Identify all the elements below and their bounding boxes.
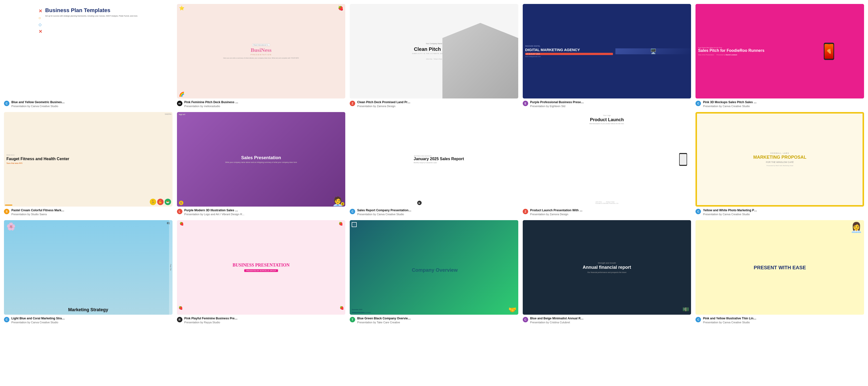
card-company-overview[interactable]: □ Company Overview 🤝 December 2024 reall…	[350, 220, 518, 324]
deco-4: 🍓	[340, 306, 344, 310]
digital-left: INGOUDE DIGITAL DIGITAL MARKETING AGENCY…	[523, 43, 615, 60]
card-title: Pink and Yellow Illustrative Thin Lined …	[703, 317, 757, 321]
thumb-heading: Sales Pitch for FoodieRoo Runners	[698, 48, 796, 53]
card-meta: C Light Blue and Coral Marketing Strateg…	[4, 317, 173, 324]
person1: John Doe	[426, 58, 432, 60]
card-subtitle: Presentation by Canva Creative Studio	[357, 213, 411, 216]
thumb-heading: Company Overview	[412, 267, 458, 273]
thumb-heading: BusiNess	[251, 47, 271, 53]
card-title: Light Blue and Coral Marketing Strategy …	[11, 317, 66, 321]
thumb-desc: Our financial performance and prospects …	[587, 272, 626, 273]
thumb-heading: January 2025 Sales Report	[414, 157, 516, 161]
card-present-ease[interactable]: PRESENT WITH EASE 👩‍💼 C Pink and Yellow …	[695, 220, 864, 324]
card-subtitle: Presentation by Canva Creative Studio	[703, 105, 757, 108]
card-subtitle: Presentation by Take Care Creative	[357, 321, 411, 324]
card-text: Purple Professional Business Presentati.…	[530, 100, 585, 108]
card-clean-pitch[interactable]: Your Company Name Clean Pitch Deck SIMPL…	[350, 4, 518, 108]
card-title: Purple Modern 3D Illustration Sales Pres…	[184, 209, 239, 212]
author: Presented by Mark Hall, Marketing Head	[767, 165, 793, 166]
card-food-sales[interactable]: Food Tastes Best When It's On Time Sales…	[695, 4, 864, 108]
card-text: Pink 3D Mockups Sales Pitch Sales Prese.…	[703, 100, 757, 108]
card-digital-marketing[interactable]: INGOUDE DIGITAL DIGITAL MARKETING AGENCY…	[523, 4, 691, 108]
card-annual-report[interactable]: Strength and Growth Annual financial rep…	[523, 220, 691, 324]
thumb-heading: Product Launch	[590, 117, 624, 122]
thumbnail-annual: Strength and Growth Annual financial rep…	[523, 220, 691, 315]
thumbnail-product-launch: Your Logo Product Launch Brief descripti…	[523, 112, 691, 207]
play-button[interactable]: ▶	[417, 201, 422, 205]
tagline: Turn Fat into FIT!	[6, 162, 170, 164]
card-sales-report[interactable]: JEFFRIES AND MADISON January 2025 Sales …	[350, 112, 518, 216]
card-title: Blue Green Black Company Overview an...	[357, 317, 411, 321]
food-icon: 🍕	[826, 48, 832, 54]
card-meta: C Pink and Yellow Illustrative Thin Line…	[695, 317, 864, 324]
card-text: Pink Playful Feminine Business Presenta.…	[184, 317, 239, 324]
thumb-heading: Marketing Strategy	[68, 308, 108, 312]
thumbnail-sales-report: JEFFRIES AND MADISON January 2025 Sales …	[350, 112, 518, 207]
thumb-sub: Monthly recap by Cassandra Lopez	[414, 162, 516, 163]
thumbnail-marketing-prop: ODDBALL LABS MARKETING PROPOSAL FOR THE …	[695, 112, 864, 207]
card-text: Product Launch Presentation With Mock...…	[530, 209, 585, 216]
card-meta: C Pink 3D Mockups Sales Pitch Sales Pres…	[695, 100, 864, 108]
card-sales-pres[interactable]: Sales Presentation Write your company na…	[177, 112, 345, 216]
card-meta: R Pink Playful Feminine Business Present…	[177, 317, 345, 324]
person-info: John DoeFounder & CEO	[595, 201, 606, 204]
thumb-heading: Fauget Fitness and Health Center	[6, 157, 170, 161]
card-subtitle: Presentation by meliorastudio	[184, 105, 239, 108]
card-text: Pink Feminine Pitch Deck Business Pres..…	[184, 100, 239, 108]
overview-icon-box: □	[352, 222, 356, 227]
card-pink-playful[interactable]: 🍓 🍓 🍓 🍓 BUSINESS PRESENTATION PRESENTED …	[177, 220, 345, 324]
thumb-sub: PRESENTATION	[251, 54, 272, 56]
card-title: Product Launch Presentation With Mock...	[530, 209, 585, 212]
card-title: Blue and Beige Minimalist Annual Repor..…	[530, 317, 585, 321]
card-product-launch[interactable]: Your Logo Product Launch Brief descripti…	[523, 112, 691, 216]
card-marketing-strat[interactable]: 🌸 01 Marketing Strategy Page Title C Lig…	[4, 220, 173, 324]
card-fitness[interactable]: PAGE 01/11 Fauget Fitness and Health Cen…	[4, 112, 173, 216]
card-biz-plan[interactable]: ✕ ○ ◇ ✕ Business Plan Templates Set up f…	[4, 4, 173, 108]
card-subtitle: Presentation by Cristina Culubret	[530, 321, 585, 324]
flower-icon: 🌸	[6, 222, 16, 231]
diamond-icon: ◇	[38, 22, 42, 27]
thumb-heading: DIGITAL MARKETING AGENCY	[525, 48, 613, 52]
report-right: JEFFRIES AND MADISON January 2025 Sales …	[409, 153, 518, 166]
card-title: Sales Report Company Presentation in B..…	[357, 209, 411, 212]
card-meta: Z Clean Pitch Deck Promised Land Presen.…	[350, 100, 518, 108]
thumb-desc: Brief description of your product follow…	[589, 123, 624, 125]
thumb-heading: MARKETING PROPOSAL	[753, 155, 806, 160]
card-text: Purple Modern 3D Illustration Sales Pres…	[184, 209, 244, 216]
thumbnail-digital: INGOUDE DIGITAL DIGITAL MARKETING AGENCY…	[523, 4, 691, 99]
card-text: Light Blue and Coral Marketing Strategy …	[11, 317, 66, 324]
thumbnail-present-ease: PRESENT WITH EASE 👩‍💼	[695, 220, 864, 315]
thumbnail-pink-biz: Brand International Co. BusiNess PRESENT…	[177, 4, 345, 99]
fitness-icon-2: 💪	[157, 199, 164, 205]
card-text: Blue and Yellow Geometric Business Pla..…	[11, 100, 66, 108]
page-num: PAGE 01/11	[6, 154, 170, 156]
card-pink-biz[interactable]: Brand International Co. BusiNess PRESENT…	[177, 4, 345, 108]
card-title: Pink 3D Mockups Sales Pitch Sales Prese.…	[703, 100, 757, 104]
card-subtitle: Presentation by Rayya Studio	[184, 321, 239, 324]
page-label: Page Title	[169, 220, 173, 315]
thumb-heading: Sales Presentation	[225, 155, 297, 161]
thumbnail-company-overview: □ Company Overview 🤝 December 2024 reall…	[350, 220, 518, 315]
presented-by: PRESENTED BY BORCELLE GROUP	[244, 269, 278, 272]
building-shape	[442, 23, 518, 99]
bottom-info: Date of the Presentation Presented by Da…	[698, 54, 796, 56]
food-phone: 🍕	[796, 43, 862, 60]
card-meta: C Sales Report Company Presentation in B…	[350, 209, 518, 216]
card-meta: L Purple Modern 3D Illustration Sales Pr…	[177, 209, 345, 216]
card-title: Pink Feminine Pitch Deck Business Pres..…	[184, 100, 239, 104]
avatar: C	[350, 209, 355, 214]
thumbnail-clean-pitch: Your Company Name Clean Pitch Deck SIMPL…	[350, 4, 518, 99]
dollar-icon: $	[179, 201, 183, 205]
fitness-left: PAGE 01/11 Fauget Fitness and Health Cen…	[6, 154, 170, 164]
company-tag: Brand International Co.	[252, 44, 270, 46]
card-text: Yellow and White Photo Marketing Prop...…	[703, 209, 757, 216]
date-label: Date of the Presentation	[698, 54, 714, 56]
card-meta: C Blue and Yellow Geometric Business Pla…	[4, 100, 173, 108]
card-subtitle: Presentation by Canva Creative Studio	[703, 213, 757, 216]
phone-mock: 🍕	[824, 43, 834, 60]
card-marketing-prop[interactable]: ODDBALL LABS MARKETING PROPOSAL FOR THE …	[695, 112, 864, 216]
avatar: Z	[523, 209, 528, 214]
thumb-heading: BUSINESS PRESENTATION	[232, 263, 290, 268]
date-info: Today's DateSan Francisco, CA	[606, 201, 618, 204]
deco-star: ⭐	[179, 5, 184, 11]
